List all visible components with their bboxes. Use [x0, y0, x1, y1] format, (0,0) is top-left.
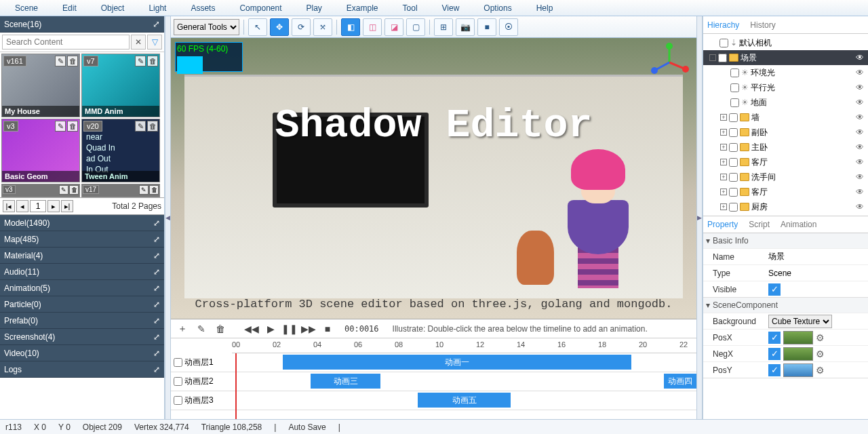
- delete-icon[interactable]: 🗑: [67, 56, 78, 66]
- menu-object[interactable]: Object: [89, 3, 137, 13]
- cube-outline-icon[interactable]: ▢: [406, 18, 425, 36]
- delete-icon[interactable]: 🗑: [147, 121, 158, 132]
- expand-toggle[interactable]: -: [709, 54, 716, 61]
- node-checkbox[interactable]: [719, 39, 728, 47]
- rewind-button[interactable]: ◀◀: [244, 321, 259, 336]
- category-logs[interactable]: Logs⤢: [0, 361, 164, 378]
- expand-toggle[interactable]: +: [720, 114, 727, 121]
- filter-button[interactable]: ▽: [147, 35, 162, 50]
- visibility-icon[interactable]: 👁: [856, 202, 864, 212]
- scenecomponent-header[interactable]: ▾ SceneComponent: [703, 298, 868, 313]
- animation-clip[interactable]: 动画四: [664, 374, 696, 389]
- category-video[interactable]: Video(10)⤢: [0, 345, 164, 361]
- menu-edit[interactable]: Edit: [50, 3, 89, 13]
- tree-node[interactable]: ☀环境光👁: [703, 65, 868, 80]
- delete-track-button[interactable]: 🗑: [213, 321, 228, 336]
- tree-node[interactable]: +客厅👁: [703, 184, 868, 199]
- node-checkbox[interactable]: [730, 98, 739, 107]
- visibility-icon[interactable]: 👁: [856, 172, 864, 182]
- focus-icon[interactable]: ⦿: [499, 18, 518, 36]
- next-page-button[interactable]: ▸: [47, 200, 60, 212]
- menu-component[interactable]: Component: [227, 3, 294, 13]
- expand-toggle[interactable]: +: [720, 203, 727, 210]
- prev-page-button[interactable]: ◂: [16, 200, 28, 212]
- expand-toggle[interactable]: +: [720, 144, 727, 151]
- scene-thumb-peek[interactable]: v3✎🗑: [1, 184, 80, 197]
- track-checkbox[interactable]: [174, 377, 182, 386]
- tree-node[interactable]: +墙👁: [703, 110, 868, 125]
- tree-node[interactable]: -场景👁: [703, 50, 868, 65]
- category-model[interactable]: Model(1490)⤢: [0, 215, 164, 231]
- posy-gear-icon[interactable]: ⚙: [816, 365, 825, 376]
- category-animation[interactable]: Animation(5)⤢: [0, 280, 164, 296]
- left-collapse-handle[interactable]: ◀: [165, 16, 171, 419]
- tree-node[interactable]: +洗手间👁: [703, 170, 868, 184]
- forward-button[interactable]: ▶▶: [301, 321, 316, 336]
- posy-checkbox[interactable]: ✓: [768, 364, 781, 376]
- rotate-tool[interactable]: ⟳: [292, 18, 311, 36]
- category-screenshot[interactable]: Screenshot(4)⤢: [0, 329, 164, 345]
- negx-thumb[interactable]: [783, 347, 813, 361]
- node-checkbox[interactable]: [729, 128, 738, 137]
- add-track-button[interactable]: ＋: [175, 321, 190, 336]
- expand-toggle[interactable]: +: [720, 159, 727, 165]
- negx-gear-icon[interactable]: ⚙: [816, 349, 825, 359]
- category-audio[interactable]: Audio(11)⤢: [0, 264, 164, 280]
- category-prefab[interactable]: Prefab(0)⤢: [0, 313, 164, 329]
- edit-icon[interactable]: ✎: [135, 121, 146, 132]
- scene-thumb-peek[interactable]: v17✎🗑: [81, 184, 160, 197]
- tree-node[interactable]: +副卧👁: [703, 125, 868, 140]
- video-icon[interactable]: ■: [477, 18, 496, 36]
- menu-scene[interactable]: Scene: [3, 3, 50, 13]
- cube-wire-icon[interactable]: ◫: [363, 18, 382, 36]
- timeline-body[interactable]: 动画层1动画一动画层2动画三动画四动画层3动画五: [171, 353, 696, 419]
- viewport[interactable]: 60 FPS (4-60) Shadow Editor Cross-platfo…: [171, 38, 696, 319]
- posx-thumb[interactable]: [783, 331, 813, 344]
- tree-node[interactable]: +客厅👁: [703, 155, 868, 170]
- node-checkbox[interactable]: [730, 83, 739, 92]
- menu-options[interactable]: Options: [471, 3, 524, 13]
- visibility-icon[interactable]: 👁: [856, 68, 864, 77]
- scene-thumb[interactable]: v20✎🗑nearQuad Inad OutIn OutTween Anim: [81, 119, 160, 182]
- tab-property[interactable]: Property: [707, 220, 738, 229]
- menu-help[interactable]: Help: [524, 3, 566, 13]
- tools-select[interactable]: General Tools: [174, 19, 239, 35]
- cube-alt-icon[interactable]: ◪: [384, 18, 403, 36]
- tab-history[interactable]: History: [750, 20, 775, 30]
- posy-thumb[interactable]: [783, 363, 813, 377]
- edit-icon[interactable]: ✎: [55, 121, 66, 132]
- menu-assets[interactable]: Assets: [178, 3, 227, 13]
- delete-icon[interactable]: 🗑: [147, 56, 158, 66]
- select-tool[interactable]: ↖: [248, 18, 267, 36]
- move-tool[interactable]: ✥: [270, 18, 289, 36]
- track-checkbox[interactable]: [174, 396, 182, 405]
- node-checkbox[interactable]: [729, 113, 738, 122]
- cube-solid-icon[interactable]: ◧: [341, 18, 360, 36]
- node-checkbox[interactable]: [729, 173, 738, 182]
- right-collapse-handle[interactable]: ▶: [696, 16, 703, 419]
- animation-clip[interactable]: 动画五: [418, 393, 511, 408]
- menu-light[interactable]: Light: [136, 3, 178, 13]
- camera-icon[interactable]: 📷: [456, 18, 475, 36]
- posx-gear-icon[interactable]: ⚙: [816, 332, 825, 343]
- play-button[interactable]: ▶: [263, 321, 278, 336]
- axis-gizmo[interactable]: [649, 42, 690, 83]
- node-checkbox[interactable]: [730, 68, 739, 77]
- edit-track-button[interactable]: ✎: [194, 321, 209, 336]
- scale-tool[interactable]: ⤧: [313, 18, 332, 36]
- delete-icon[interactable]: 🗑: [67, 121, 78, 132]
- node-checkbox[interactable]: [729, 188, 738, 197]
- node-checkbox[interactable]: [729, 158, 738, 167]
- edit-icon[interactable]: ✎: [55, 56, 66, 66]
- visibility-icon[interactable]: 👁: [856, 127, 864, 137]
- basic-info-header[interactable]: ▾ Basic Info: [703, 233, 868, 248]
- category-particle[interactable]: Particle(0)⤢: [0, 296, 164, 313]
- pause-button[interactable]: ❚❚: [282, 321, 297, 336]
- expand-toggle[interactable]: +: [720, 189, 727, 195]
- search-input[interactable]: [2, 35, 130, 50]
- name-value[interactable]: 场景: [768, 251, 868, 262]
- node-checkbox[interactable]: [718, 54, 727, 62]
- clear-search-button[interactable]: ✕: [131, 35, 146, 50]
- tree-node[interactable]: ☀平行光👁: [703, 80, 868, 95]
- tree-node[interactable]: ☀地面👁: [703, 95, 868, 110]
